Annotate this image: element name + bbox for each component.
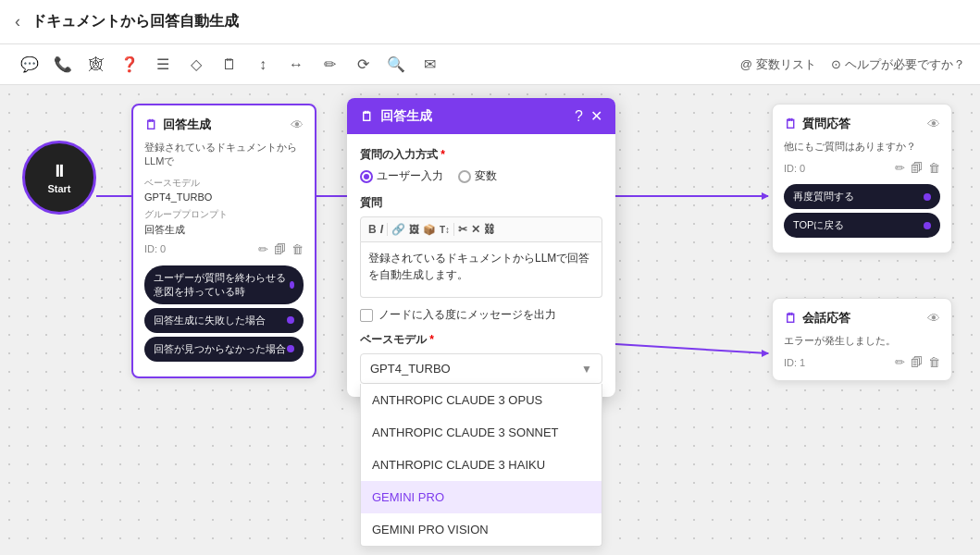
- modal-panel: 🗒 回答生成 ? ✕ 質問の入力方式 * ユーザー入力: [347, 98, 615, 397]
- toolbar-icon-arrow-h[interactable]: ↔: [281, 50, 311, 80]
- toolbar-icon-help[interactable]: ❓: [115, 50, 144, 80]
- qa-card-actions: ✏ 🗐 🗑: [895, 161, 940, 175]
- checkbox-output-message[interactable]: [360, 309, 373, 322]
- qa-output-item-0-label: 再度質問する: [793, 190, 854, 204]
- page-title: ドキュメントから回答自動生成: [31, 12, 239, 31]
- radio-label-user-input: ユーザー入力: [377, 168, 443, 184]
- chat-delete-icon[interactable]: 🗑: [928, 355, 940, 369]
- qa-card: 🗒 質問応答 👁 他にもご質問はありますか？ ID: 0 ✏ 🗐 🗑 再度質問す…: [772, 104, 952, 253]
- card-header: 🗒 回答生成 👁: [144, 117, 304, 133]
- group-prompt-label: グループプロンプト: [144, 208, 304, 221]
- qa-card-eye-icon[interactable]: 👁: [927, 117, 940, 131]
- output-item-1-label: 回答生成に失敗した場合: [154, 314, 266, 327]
- qa-card-id-row: ID: 0 ✏ 🗐 🗑: [784, 161, 940, 175]
- modal-title: 回答生成: [380, 108, 432, 125]
- toolbar-icon-arrow-v[interactable]: ↕: [248, 50, 278, 80]
- toolbar-box[interactable]: 📦: [423, 224, 436, 236]
- output-item-0[interactable]: ユーザーが質問を終わらせる意図を持っている時: [144, 265, 304, 304]
- output-dot-1: [287, 316, 294, 324]
- start-label: Start: [47, 183, 70, 194]
- chat-edit-icon[interactable]: ✏: [895, 355, 905, 369]
- chat-card-title: 会話応答: [802, 310, 850, 327]
- radio-variable[interactable]: 変数: [458, 168, 497, 184]
- toolbar-link[interactable]: 🔗: [391, 223, 405, 236]
- question-content[interactable]: 登録されているドキュメントからLLMで回答を自動生成します。: [360, 242, 602, 298]
- toolbar-icon-phone[interactable]: 📞: [48, 50, 78, 80]
- base-model-value: GPT4_TURBO: [144, 191, 304, 203]
- dropdown-option-4[interactable]: GEMINI PRO VISION: [361, 513, 602, 546]
- qa-output-dot-1: [924, 222, 931, 229]
- question-input-label: 質問の入力方式 *: [360, 147, 602, 163]
- output-item-1[interactable]: 回答生成に失敗した場合: [144, 308, 304, 333]
- radio-label-variable: 変数: [475, 168, 497, 184]
- answer-card-eye-icon[interactable]: 👁: [291, 117, 304, 132]
- dropdown-option-0[interactable]: ANTHROPIC CLAUDE 3 OPUS: [361, 384, 602, 416]
- toolbar-icon-network[interactable]: 🕸: [81, 50, 111, 80]
- selected-model-value: GPT4_TURBO: [370, 362, 451, 376]
- toolbar-format[interactable]: T↕: [440, 225, 450, 235]
- toolbar-cut[interactable]: ✂: [458, 223, 467, 236]
- toolbar-icon-refresh[interactable]: ⟳: [348, 50, 378, 80]
- qa-card-title-row: 🗒 質問応答: [784, 116, 850, 132]
- chat-card-desc: エラーが発生しました。: [784, 334, 940, 348]
- qa-card-id: ID: 0: [784, 163, 805, 174]
- toolbar-icon-edit[interactable]: ✏: [315, 50, 344, 80]
- output-item-2[interactable]: 回答が見つからなかった場合: [144, 337, 304, 362]
- edit-icon[interactable]: ✏: [258, 242, 268, 256]
- toolbar-delete[interactable]: ✕: [471, 223, 480, 236]
- dropdown-option-2[interactable]: ANTHROPIC CLAUDE 3 HAIKU: [361, 449, 602, 481]
- modal-help-icon[interactable]: ?: [575, 108, 583, 125]
- back-button[interactable]: ‹: [15, 12, 20, 31]
- qa-delete-icon[interactable]: 🗑: [928, 161, 940, 175]
- modal-header-icon: 🗒: [360, 109, 373, 124]
- radio-dot-selected: [360, 170, 373, 183]
- toolbar-icon-mail[interactable]: ✉: [415, 50, 444, 80]
- svg-line-6: [615, 344, 768, 353]
- start-node[interactable]: ⏸ Start: [22, 141, 96, 215]
- radio-dot-empty: [458, 170, 471, 183]
- qa-output-item-0[interactable]: 再度質問する: [784, 184, 940, 209]
- dropdown-option-1[interactable]: ANTHROPIC CLAUDE 3 SONNET: [361, 416, 602, 449]
- modal-header-left: 🗒 回答生成: [360, 108, 432, 125]
- chat-card: 🗒 会話応答 👁 エラーが発生しました。 ID: 1 ✏ 🗐 🗑: [772, 298, 952, 381]
- output-dot-0: [290, 281, 294, 289]
- toolbar-bold[interactable]: B: [368, 223, 377, 236]
- toolbar-image[interactable]: 🖼: [409, 224, 419, 235]
- copy-icon[interactable]: 🗐: [274, 242, 286, 256]
- chat-copy-icon[interactable]: 🗐: [911, 355, 923, 369]
- model-select[interactable]: GPT4_TURBO ▼: [360, 353, 602, 384]
- delete-icon[interactable]: 🗑: [292, 242, 304, 256]
- card-id-row: ID: 0 ✏ 🗐 🗑: [144, 242, 304, 256]
- toolbar-sep-2: [453, 223, 454, 236]
- toolbar-icon-search[interactable]: 🔍: [381, 50, 411, 80]
- help-button[interactable]: ⊙ ヘルプが必要ですか？: [831, 56, 965, 73]
- toolbar-icon-chat[interactable]: 💬: [15, 50, 44, 80]
- qa-copy-icon[interactable]: 🗐: [911, 161, 923, 175]
- model-dropdown: ANTHROPIC CLAUDE 3 OPUS ANTHROPIC CLAUDE…: [360, 384, 602, 547]
- canvas: ⏸ Start 🗒 回答生成 👁 登録されているドキュメントからLLMで ベース…: [0, 85, 980, 555]
- toolbar-italic[interactable]: I: [380, 223, 383, 236]
- modal-close-icon[interactable]: ✕: [590, 107, 602, 125]
- chat-card-eye-icon[interactable]: 👁: [927, 311, 940, 326]
- toolbar-icon-doc[interactable]: 🗒: [215, 50, 244, 80]
- toolbar-icon-bookmark[interactable]: ◇: [181, 50, 211, 80]
- modal-header-icons: ? ✕: [575, 107, 602, 125]
- toolbar-chain[interactable]: ⛓: [484, 223, 495, 236]
- svg-marker-7: [762, 350, 769, 357]
- variables-list-button[interactable]: @ 変数リスト: [740, 56, 816, 73]
- header: ‹ ドキュメントから回答自動生成: [0, 0, 980, 44]
- output-dot-2: [287, 345, 294, 352]
- radio-user-input[interactable]: ユーザー入力: [360, 168, 443, 184]
- model-select-wrapper: GPT4_TURBO ▼ ANTHROPIC CLAUDE 3 OPUS ANT…: [360, 353, 602, 384]
- qa-card-desc: 他にもご質問はありますか？: [784, 140, 940, 154]
- qa-edit-icon[interactable]: ✏: [895, 161, 905, 175]
- chat-card-title-row: 🗒 会話応答: [784, 310, 850, 327]
- at-icon: @: [740, 57, 752, 71]
- checkbox-row[interactable]: ノードに入る度にメッセージを出力: [360, 307, 602, 323]
- toolbar-icon-layers[interactable]: ☰: [148, 50, 178, 80]
- radio-group: ユーザー入力 変数: [360, 168, 602, 184]
- dropdown-option-3[interactable]: GEMINI PRO: [361, 481, 602, 513]
- toolbar-sep-1: [387, 223, 388, 236]
- required-star: *: [438, 148, 445, 161]
- qa-output-item-1[interactable]: TOPに戻る: [784, 213, 940, 238]
